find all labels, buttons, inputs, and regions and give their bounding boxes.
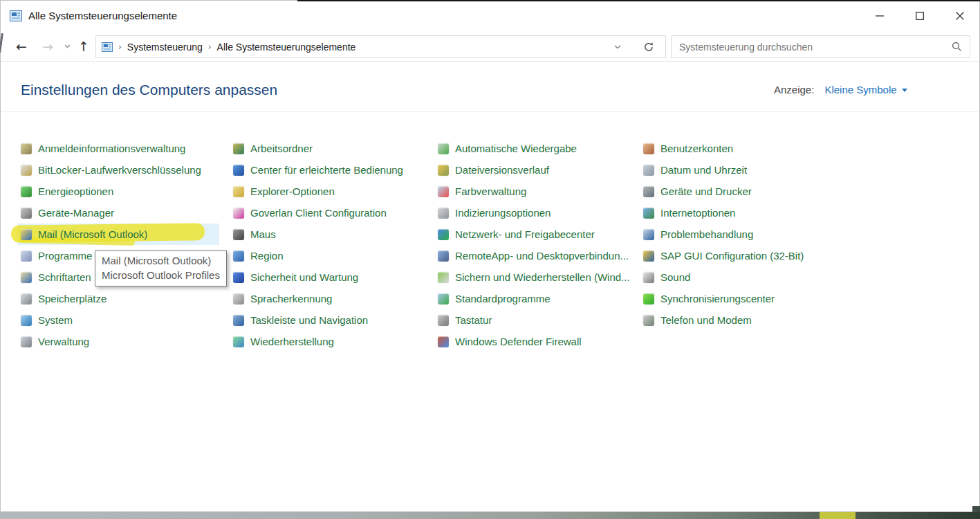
control-panel-item[interactable]: Sicherheit und Wartung xyxy=(233,266,438,288)
control-panel-item[interactable]: Region xyxy=(233,245,438,266)
caret-down-icon xyxy=(902,89,907,92)
back-button[interactable]: ← xyxy=(11,37,32,55)
control-panel-item[interactable]: Geräte-Manager xyxy=(21,202,233,224)
control-panel-item-label: Dateiversionsverlauf xyxy=(455,164,549,176)
search-icon[interactable] xyxy=(947,42,965,52)
control-panel-item-label: Benutzerkonten xyxy=(660,143,733,154)
internet-options-icon xyxy=(643,208,654,219)
control-panel-item[interactable]: Telefon und Modem xyxy=(643,309,959,331)
control-panel-item[interactable]: Geräte und Drucker xyxy=(643,181,959,202)
breadcrumb[interactable]: › Systemsteuerung › Alle Systemsteuerung… xyxy=(95,35,632,58)
tooltip: Mail (Microsoft Outlook) Microsoft Outlo… xyxy=(95,251,227,286)
control-panel-item-label: Sound xyxy=(660,271,690,283)
control-panel-item[interactable]: Energieoptionen xyxy=(21,181,233,202)
recovery-icon xyxy=(233,336,244,347)
wallpaper-corner-patch xyxy=(972,506,980,512)
maximize-button[interactable] xyxy=(900,0,940,31)
control-panel-item-label: Sicherheit und Wartung xyxy=(250,271,358,283)
control-panel-item-label: Problembehandlung xyxy=(660,228,753,240)
control-panel-item[interactable]: System xyxy=(21,309,233,331)
control-panel-item-label: RemoteApp- und Desktopverbindun... xyxy=(455,250,629,262)
breadcrumb-item-alle-elemente[interactable]: Alle Systemsteuerungselemente xyxy=(217,42,356,53)
control-panel-item[interactable]: Maus xyxy=(233,224,438,245)
explorer-options-icon xyxy=(233,186,244,197)
items-grid: AnmeldeinformationsverwaltungBitLocker-L… xyxy=(21,138,959,352)
minimize-button[interactable] xyxy=(860,0,900,31)
user-accounts-icon xyxy=(643,143,654,154)
items-column-1: AnmeldeinformationsverwaltungBitLocker-L… xyxy=(21,138,233,352)
control-panel-item[interactable]: Dateiversionsverlauf xyxy=(438,159,643,181)
color-management-icon xyxy=(438,186,449,197)
forward-icon: → xyxy=(42,39,53,54)
address-dropdown-button[interactable] xyxy=(604,36,631,57)
control-panel-item-label: Farbverwaltung xyxy=(455,185,526,197)
devices-printers-icon xyxy=(643,186,654,197)
control-panel-item[interactable]: Datum und Uhrzeit xyxy=(643,159,959,181)
control-panel-item-label: Taskleiste und Navigation xyxy=(250,314,368,326)
control-panel-item[interactable]: Internetoptionen xyxy=(643,202,959,224)
view-size-dropdown[interactable]: Kleine Symbole xyxy=(824,84,907,95)
control-panel-item[interactable]: Goverlan Client Configuration xyxy=(233,202,438,224)
control-panel-item-label: Mail (Microsoft Outlook) xyxy=(38,228,147,240)
control-panel-item[interactable]: BitLocker-Laufwerkverschlüsselung xyxy=(21,159,233,181)
control-panel-item[interactable]: Center für erleichterte Bedienung xyxy=(233,159,438,181)
recent-pages-button[interactable] xyxy=(59,37,75,55)
control-panel-item-label: Region xyxy=(250,250,284,262)
programs-features-icon xyxy=(21,251,32,262)
control-panel-item[interactable]: Taskleiste und Navigation xyxy=(233,309,438,331)
goverlan-client-icon xyxy=(233,208,244,219)
back-icon: ← xyxy=(16,39,27,54)
control-panel-item-label: Automatische Wiedergabe xyxy=(455,143,577,154)
control-panel-item-label: Telefon und Modem xyxy=(660,314,752,326)
close-icon xyxy=(956,12,964,20)
control-panel-item[interactable]: Problembehandlung xyxy=(643,224,959,245)
control-panel-item[interactable]: Sound xyxy=(643,266,959,288)
control-panel-item[interactable]: SAP GUI Configuration (32-Bit) xyxy=(643,245,959,266)
control-panel-item[interactable]: Automatische Wiedergabe xyxy=(438,138,643,159)
control-panel-item-label: SAP GUI Configuration (32-Bit) xyxy=(660,250,804,262)
control-panel-item[interactable]: Tastatur xyxy=(438,309,643,331)
search-input[interactable] xyxy=(672,42,947,53)
control-panel-item[interactable]: Explorer-Optionen xyxy=(233,181,438,202)
breadcrumb-chevron-icon: › xyxy=(208,42,212,52)
breadcrumb-item-systemsteuerung[interactable]: Systemsteuerung xyxy=(127,42,203,53)
sap-gui-icon xyxy=(643,251,654,262)
control-panel-item[interactable]: Speicherplätze xyxy=(21,288,233,309)
view-label: Anzeige: xyxy=(774,84,814,95)
control-panel-item[interactable]: Synchronisierungscenter xyxy=(643,288,959,309)
mouse-icon xyxy=(233,229,244,240)
work-folders-icon xyxy=(233,143,244,154)
control-panel-item[interactable]: Standardprogramme xyxy=(438,288,643,309)
header-divider xyxy=(1,111,979,112)
control-panel-item-label: Center für erleichterte Bedienung xyxy=(250,164,403,176)
items-column-4: BenutzerkontenDatum und UhrzeitGeräte un… xyxy=(643,138,959,352)
control-panel-item-label: Geräte und Drucker xyxy=(660,185,752,197)
control-panel-item[interactable]: Benutzerkonten xyxy=(643,138,959,159)
close-button[interactable] xyxy=(940,0,980,31)
view-selector: Anzeige: Kleine Symbole xyxy=(774,84,907,95)
up-button[interactable]: ↑ xyxy=(73,37,94,55)
control-panel-item-label: Internetoptionen xyxy=(660,207,735,219)
refresh-button[interactable] xyxy=(631,35,666,58)
control-panel-item[interactable]: Mail (Microsoft Outlook) xyxy=(17,224,219,245)
forward-button[interactable]: → xyxy=(37,37,58,55)
control-panel-item[interactable]: Indizierungsoptionen xyxy=(438,202,643,224)
control-panel-item[interactable]: Verwaltung xyxy=(21,331,233,352)
network-sharing-icon xyxy=(438,229,449,240)
address-bar: ← → ↑ › Systemsteuerung › Alle Systemste… xyxy=(0,31,980,62)
control-panel-item[interactable]: Windows Defender Firewall xyxy=(438,331,643,352)
control-panel-item[interactable]: Anmeldeinformationsverwaltung xyxy=(21,138,233,159)
control-panel-item[interactable]: Netzwerk- und Freigabecenter xyxy=(438,224,643,245)
minimize-icon xyxy=(876,15,884,17)
bitlocker-key-icon xyxy=(21,165,32,176)
control-panel-item[interactable]: Sichern und Wiederherstellen (Wind... xyxy=(438,266,643,288)
control-panel-item[interactable]: Arbeitsordner xyxy=(233,138,438,159)
control-panel-item[interactable]: RemoteApp- und Desktopverbindun... xyxy=(438,245,643,266)
chevron-down-icon xyxy=(614,45,621,49)
control-panel-item[interactable]: Farbverwaltung xyxy=(438,181,643,202)
refresh-icon xyxy=(643,42,654,53)
ease-of-access-icon xyxy=(233,165,244,176)
control-panel-item[interactable]: Wiederherstellung xyxy=(233,331,438,352)
control-panel-item[interactable]: Spracherkennung xyxy=(233,288,438,309)
screen-top-edge xyxy=(297,0,980,1)
